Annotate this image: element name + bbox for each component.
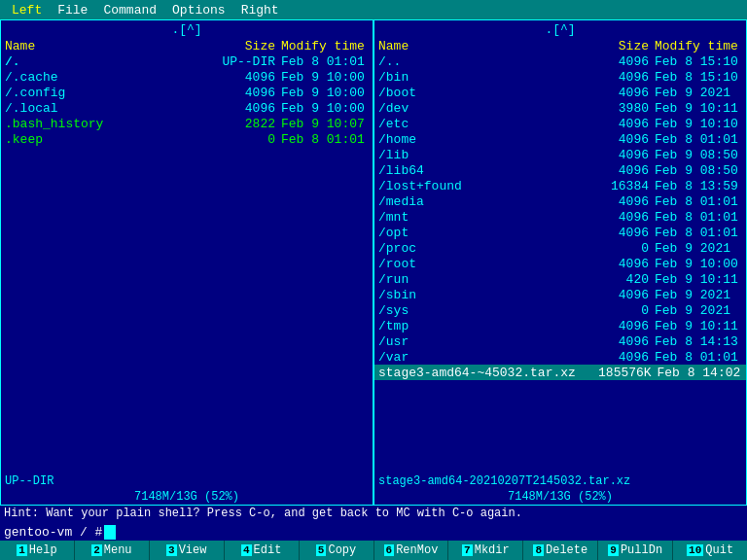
right-file-row[interactable]: /mnt 4096 Feb 8 01:01 [374, 209, 746, 225]
right-panel-title-bar: .[^] [374, 20, 746, 38]
fkey-label-6: RenMov [396, 543, 438, 557]
left-col-size-header: Size [197, 39, 275, 53]
right-filename-2: /boot [378, 86, 571, 100]
left-filedate-0: Feb 8 01:01 [281, 54, 369, 69]
fkey-num-9: 9 [608, 544, 619, 556]
right-file-row[interactable]: /media 4096 Feb 8 01:01 [374, 193, 746, 209]
fkey-6[interactable]: 6 RenMov [374, 541, 449, 560]
right-filesize-selected: 185576K [576, 366, 652, 380]
right-filesize-3: 3980 [571, 101, 649, 116]
right-filesize-1: 4096 [571, 70, 649, 85]
right-filename-17: /tmp [378, 319, 571, 333]
right-filedate-14: Feb 9 10:11 [655, 272, 742, 287]
fkey-num-2: 2 [91, 544, 102, 556]
right-filedate-2: Feb 9 2021 [655, 86, 742, 100]
right-filename-3: /dev [378, 101, 571, 116]
menu-command[interactable]: Command [95, 3, 164, 18]
right-filename-14: /run [378, 272, 571, 287]
left-file-row[interactable]: /. UP--DIR Feb 8 01:01 [1, 53, 373, 69]
fkey-7[interactable]: 7 Mkdir [448, 541, 523, 560]
menu-file[interactable]: File [50, 3, 95, 18]
fkey-num-8: 8 [533, 544, 544, 556]
right-filedate-13: Feb 9 10:00 [655, 257, 742, 271]
right-filesize-10: 4096 [571, 210, 649, 225]
right-file-row[interactable]: /usr 4096 Feb 8 14:13 [374, 333, 746, 349]
right-file-row[interactable]: /etc 4096 Feb 9 10:10 [374, 116, 746, 131]
right-file-row[interactable]: /dev 3980 Feb 9 10:11 [374, 100, 746, 116]
fkey-num-3: 3 [166, 544, 177, 556]
right-file-row[interactable]: /boot 4096 Feb 9 2021 [374, 85, 746, 100]
left-col-name-header: Name [5, 39, 197, 53]
left-panel-header: Name Size Modify time [1, 38, 373, 53]
left-filedate-1: Feb 9 10:00 [281, 70, 369, 85]
right-filesize-5: 4096 [571, 132, 649, 147]
left-file-row[interactable]: .bash_history 2822 Feb 9 10:07 [1, 116, 373, 131]
right-selected-file-row[interactable]: stage3-amd64-~45032.tar.xz 185576K Feb 8… [374, 365, 746, 380]
right-filename-9: /media [378, 194, 571, 209]
menu-left[interactable]: Left [4, 3, 50, 18]
right-file-row[interactable]: /sys 0 Feb 9 2021 [374, 302, 746, 318]
fkey-2[interactable]: 2 Menu [75, 541, 150, 560]
panels: .[^] Name Size Modify time /. UP--DIR Fe… [0, 19, 747, 506]
fkey-3[interactable]: 3 View [150, 541, 225, 560]
right-filedate-19: Feb 8 01:01 [655, 350, 742, 365]
right-file-row[interactable]: /home 4096 Feb 8 01:01 [374, 131, 746, 147]
hint-text: Hint: Want your plain shell? Press C-o, … [4, 507, 522, 520]
right-file-row[interactable]: /opt 4096 Feb 8 01:01 [374, 225, 746, 240]
right-filename-1: /bin [378, 70, 571, 85]
right-filename-15: /sbin [378, 288, 571, 302]
menu-bar: Left File Command Options Right [0, 0, 747, 19]
left-filedate-3: Feb 9 10:00 [281, 101, 369, 116]
right-filename-16: /sys [378, 303, 571, 318]
right-file-row[interactable]: /sbin 4096 Feb 9 2021 [374, 287, 746, 302]
left-file-row[interactable]: /.config 4096 Feb 9 10:00 [1, 85, 373, 100]
fkey-5[interactable]: 5 Copy [300, 541, 374, 560]
left-file-row[interactable]: .keep 0 Feb 8 01:01 [1, 131, 373, 147]
right-filedate-0: Feb 8 15:10 [655, 54, 742, 69]
right-filesize-7: 4096 [571, 163, 649, 178]
right-file-row[interactable]: /tmp 4096 Feb 9 10:11 [374, 318, 746, 333]
right-file-row[interactable]: /.. 4096 Feb 8 15:10 [374, 53, 746, 69]
left-file-row[interactable]: /.local 4096 Feb 9 10:00 [1, 100, 373, 116]
right-file-row[interactable]: /root 4096 Feb 9 10:00 [374, 256, 746, 271]
right-file-row[interactable]: /run 420 Feb 9 10:11 [374, 271, 746, 287]
right-filesize-6: 4096 [571, 148, 649, 162]
fkey-label-8: Delete [546, 543, 587, 557]
menu-options[interactable]: Options [164, 3, 233, 18]
right-filesize-15: 4096 [571, 288, 649, 302]
right-filesize-19: 4096 [571, 350, 649, 365]
right-filesize-0: 4096 [571, 54, 649, 69]
left-file-row[interactable]: /.cache 4096 Feb 9 10:00 [1, 69, 373, 85]
right-file-row[interactable]: /lib 4096 Feb 9 08:50 [374, 147, 746, 162]
left-filename-0: /. [5, 54, 197, 69]
left-filesize-1: 4096 [197, 70, 275, 85]
fkey-label-4: Edit [254, 543, 282, 557]
right-filedate-10: Feb 8 01:01 [655, 210, 742, 225]
left-filesize-3: 4096 [197, 101, 275, 116]
right-status-text: stage3-amd64-20210207T2145032.tar.xz [378, 474, 630, 488]
right-filedate-17: Feb 9 10:11 [655, 319, 742, 333]
fkey-1[interactable]: 1 Help [0, 541, 75, 560]
right-file-row[interactable]: /var 4096 Feb 8 01:01 [374, 349, 746, 365]
right-file-row[interactable]: /lib64 4096 Feb 9 08:50 [374, 162, 746, 178]
fkey-8[interactable]: 8 Delete [523, 541, 598, 560]
menu-right[interactable]: Right [233, 3, 287, 18]
right-filedate-15: Feb 9 2021 [655, 288, 742, 302]
right-file-row[interactable]: /lost+found 16384 Feb 8 13:59 [374, 178, 746, 193]
left-panel: .[^] Name Size Modify time /. UP--DIR Fe… [0, 19, 374, 506]
right-file-row[interactable]: /proc 0 Feb 9 2021 [374, 240, 746, 256]
right-file-row[interactable]: /bin 4096 Feb 8 15:10 [374, 69, 746, 85]
left-filedate-5: Feb 8 01:01 [281, 132, 369, 147]
fkey-9[interactable]: 9 PullDn [598, 541, 673, 560]
fkey-4[interactable]: 4 Edit [225, 541, 300, 560]
right-filename-19: /var [378, 350, 571, 365]
right-filesize-16: 0 [571, 303, 649, 318]
left-panel-title-bar: .[^] [1, 20, 373, 38]
right-filesize-17: 4096 [571, 319, 649, 333]
right-filesize-4: 4096 [571, 117, 649, 131]
cmd-bar: gentoo-vm / # [0, 523, 747, 541]
fkey-num-10: 10 [687, 544, 703, 556]
fkey-num-7: 7 [462, 544, 473, 556]
right-filedate-18: Feb 8 14:13 [655, 334, 742, 349]
fkey-10[interactable]: 10 Quit [673, 541, 747, 560]
